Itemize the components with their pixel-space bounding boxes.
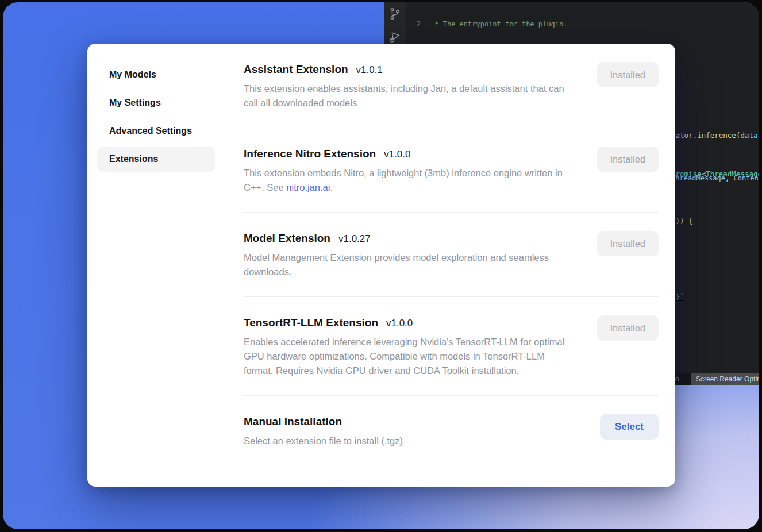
code-text: * The entrypoint for the plugin.	[430, 20, 567, 29]
extension-version: v1.0.27	[338, 233, 371, 245]
code-line: 2 * The entrypoint for the plugin.	[406, 20, 759, 29]
code-token: ))	[676, 217, 689, 225]
code-token: ThreadMessage	[706, 169, 759, 178]
nitro-jan-ai-link[interactable]: nitro.jan.ai	[286, 182, 330, 192]
sidebar-item-label: Extensions	[109, 154, 158, 164]
sidebar-item-label: My Settings	[109, 98, 161, 108]
sidebar-item-advanced-settings[interactable]: Advanced Settings	[97, 118, 215, 144]
code-token: `	[680, 292, 684, 301]
extension-description: This extension embeds Nitro, a lightweig…	[244, 166, 576, 195]
sidebar-item-extensions[interactable]: Extensions	[97, 147, 215, 172]
extension-name: Model Extension	[244, 232, 330, 245]
installed-button[interactable]: Installed	[597, 147, 659, 172]
desktop-screenshot: 2 * The entrypoint for the plugin. 3 */ …	[3, 2, 759, 529]
code-token: Promise	[671, 169, 702, 178]
code-token: * The entrypoint for the plugin.	[430, 20, 567, 28]
code-fragment: Promise<ThreadMessage>	[671, 169, 759, 179]
section-divider	[244, 212, 659, 213]
extension-name: Inference Nitro Extension	[244, 148, 376, 160]
sidebar-item-my-settings[interactable]: My Settings	[97, 90, 215, 115]
code-token: inference	[697, 131, 736, 140]
extension-description: Model Management Extension provides mode…	[244, 250, 576, 279]
source-control-icon[interactable]	[388, 7, 402, 21]
code-fragment: rator.inference(data));	[671, 131, 759, 140]
manual-installation-description: Select an extension file to install (.tg…	[244, 434, 576, 448]
extension-section: Inference Nitro Extension v1.0.0 This ex…	[244, 148, 659, 195]
code-token: ));	[758, 131, 759, 140]
code-token: data	[740, 131, 757, 140]
section-divider	[244, 128, 659, 128]
code-fragment: ")) {	[671, 217, 759, 226]
code-token: {	[688, 217, 693, 225]
extension-name: TensortRT-LLM Extension	[244, 317, 378, 329]
select-file-button[interactable]: Select	[600, 414, 659, 440]
extension-version: v1.0.0	[386, 318, 413, 329]
sidebar-item-label: Advanced Settings	[109, 126, 192, 136]
extension-description: Enables accelerated inference leveraging…	[244, 335, 576, 378]
extension-description: This extension enables assistants, inclu…	[244, 82, 576, 110]
code-fragment: t}`	[671, 292, 759, 302]
settings-sidebar: My Models My Settings Advanced Settings …	[87, 44, 225, 487]
extension-version: v1.0.0	[384, 149, 410, 160]
run-debug-icon[interactable]	[387, 29, 402, 44]
installed-button[interactable]: Installed	[597, 315, 659, 341]
extension-section: Model Extension v1.0.27 Model Management…	[244, 232, 659, 279]
extension-name: Assistant Extension	[244, 63, 348, 76]
section-divider	[244, 296, 659, 297]
section-divider	[244, 395, 659, 396]
screen-reader-status-chip[interactable]: Screen Reader Optimized	[691, 373, 759, 385]
extensions-panel: Assistant Extension v1.0.1 This extensio…	[225, 44, 675, 487]
manual-installation-section: Manual Installation Select an extension …	[244, 415, 659, 448]
sidebar-item-label: My Models	[109, 70, 156, 80]
line-number: 2	[406, 20, 421, 29]
extension-version: v1.0.1	[356, 64, 383, 76]
settings-modal: My Models My Settings Advanced Settings …	[87, 44, 675, 487]
installed-button[interactable]: Installed	[597, 62, 659, 87]
manual-installation-title: Manual Installation	[244, 415, 342, 428]
installed-button[interactable]: Installed	[597, 231, 659, 256]
sidebar-item-my-models[interactable]: My Models	[97, 62, 215, 87]
extension-section: TensortRT-LLM Extension v1.0.0 Enables a…	[244, 317, 659, 378]
extension-section: Assistant Extension v1.0.1 This extensio…	[244, 63, 659, 110]
